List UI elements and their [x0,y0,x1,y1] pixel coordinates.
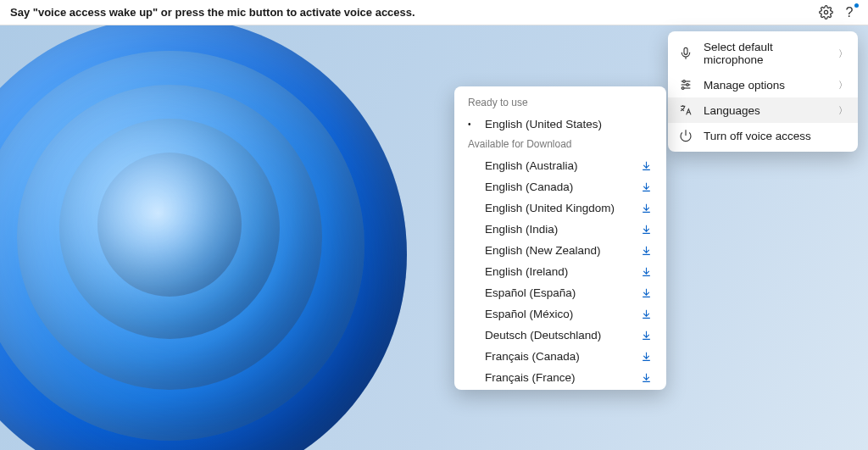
settings-menu: Select default microphone〉Manage options… [668,31,858,152]
svg-point-4 [683,81,686,83]
language-row[interactable]: English (United Kingdom) [454,197,666,219]
language-row[interactable]: English (Canada) [454,176,666,197]
language-row[interactable]: Français (France) [454,367,666,388]
language-icon [678,103,693,117]
svg-point-0 [824,10,827,14]
settings-button[interactable] [814,1,837,25]
menu-item-languages[interactable]: Languages〉 [668,97,858,123]
download-icon[interactable] [639,351,653,362]
menu-item-label: Languages [704,104,828,117]
language-name: English (Australia) [485,159,639,172]
download-icon[interactable] [639,372,653,383]
language-row[interactable]: Deutsch (Deutschland) [454,325,666,346]
notification-dot-icon [854,3,859,8]
menu-item-turn-off-voice-access[interactable]: Turn off voice access [668,123,858,148]
language-name: English (Canada) [485,181,639,193]
svg-rect-1 [684,47,687,54]
menu-item-label: Manage options [704,79,828,92]
language-row[interactable]: Español (México) [454,303,666,325]
menu-item-select-default-microphone[interactable]: Select default microphone〉 [668,35,858,72]
language-row[interactable]: Español (España) [454,282,666,303]
language-name: English (India) [485,223,639,236]
download-icon[interactable] [639,224,653,235]
download-icon[interactable] [639,266,653,277]
menu-item-label: Turn off voice access [704,130,848,142]
language-name: English (United Kingdom) [485,202,639,214]
languages-submenu: Ready to use •English (United States) Av… [454,86,666,390]
language-row[interactable]: Français (Canada) [454,346,666,367]
language-row[interactable]: English (India) [454,219,666,240]
voice-access-bar: Say "voice access wake up" or press the … [0,0,868,25]
download-icon[interactable] [639,330,653,341]
language-row[interactable]: English (Australia) [454,155,666,176]
language-name: English (United States) [485,118,653,131]
chevron-right-icon: 〉 [838,79,848,92]
language-name: Español (México) [485,308,639,320]
language-row[interactable]: •English (United States) [454,114,666,135]
download-icon[interactable] [639,287,653,298]
voice-access-message: Say "voice access wake up" or press the … [10,6,814,19]
language-name: Español (España) [485,286,639,299]
menu-item-manage-options[interactable]: Manage options〉 [668,72,858,97]
power-icon [678,129,693,142]
language-name: Français (Canada) [485,350,639,363]
language-name: Français (France) [485,371,639,384]
language-name: English (New Zealand) [485,244,639,257]
help-icon: ? [846,5,854,20]
help-button[interactable]: ? [837,1,861,25]
language-name: Deutsch (Deutschland) [485,329,639,342]
chevron-right-icon: 〉 [838,104,848,117]
ready-group-label: Ready to use [454,93,666,114]
svg-point-6 [687,84,689,86]
language-name: English (Ireland) [485,265,639,278]
download-icon[interactable] [639,181,653,192]
available-group-label: Available for Download [454,135,666,155]
download-icon[interactable] [639,245,653,256]
chevron-right-icon: 〉 [838,47,848,60]
download-icon[interactable] [639,203,653,214]
active-indicator-icon: • [468,119,485,129]
svg-point-8 [682,87,684,90]
language-row[interactable]: English (New Zealand) [454,240,666,261]
menu-item-label: Select default microphone [704,41,828,66]
download-icon[interactable] [639,308,653,319]
language-row[interactable]: English (Ireland) [454,261,666,282]
gear-icon [819,5,833,19]
download-icon[interactable] [639,160,653,171]
mic-icon [678,47,693,60]
sliders-icon [678,78,693,92]
